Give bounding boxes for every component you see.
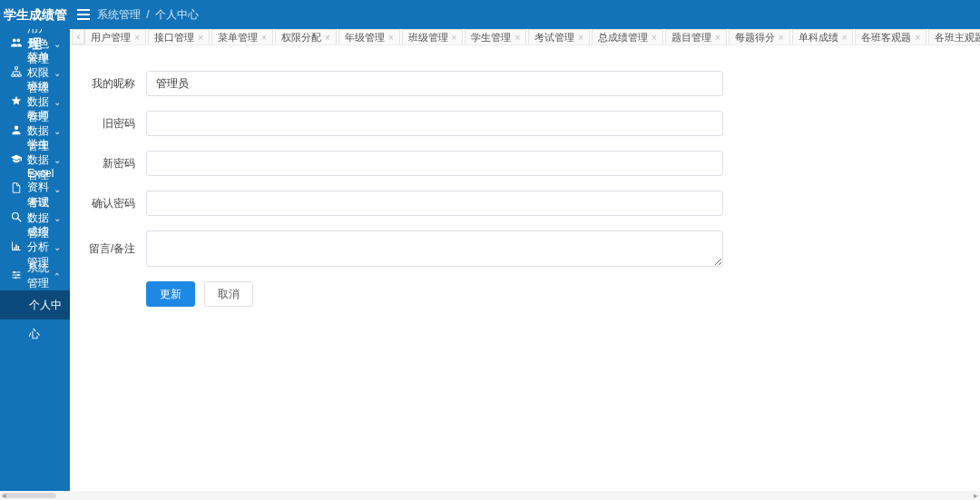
tab-label: 学生管理 (471, 31, 511, 44)
close-icon[interactable]: × (915, 33, 920, 43)
chevron-down-icon: ⌄ (54, 184, 61, 194)
tab[interactable]: 学生管理× (465, 29, 526, 44)
confirmpwd-label: 确认密码 (88, 196, 135, 211)
close-icon[interactable]: × (842, 33, 848, 43)
tab[interactable]: 各班客观题× (855, 29, 926, 44)
tab-label: 考试管理 (534, 31, 574, 44)
newpwd-label: 新密码 (88, 156, 135, 172)
breadcrumb-current: 个人中心 (155, 7, 199, 23)
file-icon (11, 182, 22, 196)
tabs-bar: ‹ 用户管理×接口管理×菜单管理×权限分配×年级管理×班级管理×学生管理×考试管… (70, 29, 980, 45)
cancel-button[interactable]: 取消 (204, 281, 253, 307)
breadcrumb-root[interactable]: 系统管理 (97, 7, 141, 23)
tab-label: 总成绩管理 (598, 31, 648, 44)
chevron-down-icon: ⌄ (54, 126, 61, 136)
sidebar-item[interactable]: 系统管理⌄ (0, 261, 70, 290)
tab-label: 每题得分 (735, 31, 775, 44)
tab[interactable]: 接口管理× (148, 29, 210, 44)
breadcrumb: 系统管理 / 个人中心 (97, 7, 198, 23)
tab-label: 接口管理 (154, 31, 194, 44)
svg-point-1 (14, 270, 15, 272)
tabs-scroll-left[interactable]: ‹ (72, 29, 84, 44)
graduation-icon (11, 153, 22, 167)
sidebar-subitem[interactable]: 个人中心 (0, 290, 70, 319)
user-icon (11, 124, 22, 138)
nickname-input[interactable] (146, 71, 723, 96)
sitemap-icon (11, 66, 22, 80)
tab[interactable]: 每题得分× (729, 29, 790, 44)
tab[interactable]: 年级管理× (338, 29, 400, 44)
tab[interactable]: 单科成绩× (792, 29, 854, 44)
tab-label: 权限分配 (281, 31, 321, 44)
sidebar-item[interactable]: 成绩分析管理⌄ (0, 232, 70, 261)
tab-label: 用户管理 (91, 31, 131, 44)
remark-textarea[interactable] (146, 230, 723, 267)
tab-label: 年级管理 (345, 31, 385, 44)
tab[interactable]: 班级管理× (402, 29, 464, 44)
tab-label: 菜单管理 (218, 31, 258, 44)
tab[interactable]: 总成绩管理× (592, 29, 663, 44)
chevron-down-icon: ⌄ (54, 213, 61, 223)
close-icon[interactable]: × (779, 33, 784, 43)
menu-toggle-icon[interactable] (77, 9, 90, 20)
chevron-down-icon: ⌄ (54, 271, 61, 281)
horizontal-scrollbar[interactable]: ◂ ▸ (0, 491, 980, 500)
breadcrumb-sep: / (146, 8, 149, 21)
chart-icon (11, 240, 22, 254)
chevron-down-icon: ⌄ (54, 97, 61, 107)
tab[interactable]: 用户管理× (84, 29, 146, 44)
scroll-left-arrow-icon[interactable]: ◂ (2, 491, 6, 500)
nav: 用户角色管理⌄菜单权限管理⌄班级数据管理⌄教师数据管理⌄学生数据管理⌄Excel… (0, 29, 70, 500)
nickname-label: 我的昵称 (88, 76, 135, 92)
close-icon[interactable]: × (514, 33, 520, 43)
tab[interactable]: 菜单管理× (211, 29, 273, 44)
tab-label: 班级管理 (408, 31, 448, 44)
close-icon[interactable]: × (325, 33, 330, 43)
close-icon[interactable]: × (134, 33, 140, 43)
tab-label: 各班客观题 (861, 31, 911, 44)
tab[interactable]: 题目管理× (665, 29, 727, 44)
scroll-right-arrow-icon[interactable]: ▸ (974, 491, 978, 500)
sidebar-item-label: 系统管理 (27, 260, 54, 291)
chevron-down-icon: ⌄ (54, 242, 61, 252)
star-icon (11, 95, 22, 109)
tab[interactable]: 考试管理× (528, 29, 590, 44)
close-icon[interactable]: × (452, 33, 457, 43)
content-area: 我的昵称 旧密码 新密码 确认密码 留言/备注 (70, 45, 980, 500)
tab-label: 单科成绩 (799, 31, 838, 44)
close-icon[interactable]: × (388, 33, 394, 43)
chevron-down-icon: ⌄ (54, 39, 61, 49)
chevron-down-icon: ⌄ (54, 155, 61, 165)
close-icon[interactable]: × (652, 33, 657, 43)
oldpwd-label: 旧密码 (88, 116, 135, 132)
users-icon (11, 37, 22, 51)
oldpwd-input[interactable] (146, 111, 723, 136)
remark-label: 留言/备注 (88, 241, 135, 257)
sliders-icon (11, 270, 22, 283)
newpwd-input[interactable] (146, 151, 723, 176)
close-icon[interactable]: × (715, 33, 720, 43)
svg-point-3 (15, 276, 16, 278)
confirmpwd-input[interactable] (146, 191, 723, 216)
close-icon[interactable]: × (261, 33, 267, 43)
search-icon (11, 211, 22, 225)
tab[interactable]: 各班主观题× (928, 29, 980, 44)
close-icon[interactable]: × (198, 33, 203, 43)
close-icon[interactable]: × (578, 33, 583, 43)
sidebar: 学生成绩管理 用户角色管理⌄菜单权限管理⌄班级数据管理⌄教师数据管理⌄学生数据管… (0, 0, 70, 500)
scroll-thumb[interactable] (2, 493, 56, 498)
tab-label: 题目管理 (671, 31, 711, 44)
submit-button[interactable]: 更新 (146, 281, 195, 307)
chevron-down-icon: ⌄ (54, 68, 61, 78)
svg-point-2 (17, 273, 19, 275)
svg-point-0 (13, 212, 19, 219)
tab[interactable]: 权限分配× (275, 29, 337, 44)
profile-form: 我的昵称 旧密码 新密码 确认密码 留言/备注 (88, 71, 723, 307)
brand-title: 学生成绩管理 (0, 0, 70, 29)
tab-label: 各班主观题 (935, 31, 980, 44)
topbar: 系统管理 / 个人中心 管理员 (70, 0, 980, 29)
